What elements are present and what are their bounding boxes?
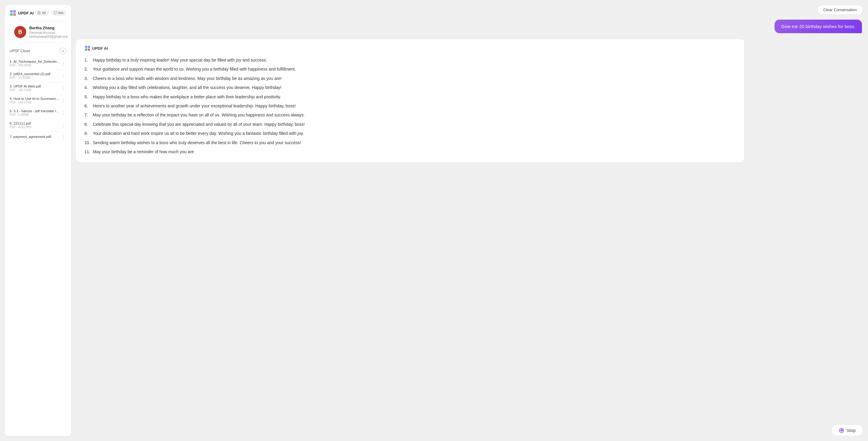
wish-item: 2.Your guidance and support mean the wor… (84, 64, 736, 74)
file-list-item[interactable]: 1. AI_Techniques_for_Detecting_and_Dia..… (10, 57, 66, 70)
ai-label: UPDF AI (92, 46, 108, 51)
avatar: B (14, 26, 26, 38)
file-meta: PDF · 419.31KB (10, 125, 60, 129)
stop-button[interactable]: Stop (832, 424, 863, 436)
wish-text: Your guidance and support mean the world… (93, 66, 296, 72)
wish-text: Sending warm birthday wishes to a boss w… (93, 139, 301, 146)
ai-response-content: 1.Happy birthday to a truly inspiring le… (84, 56, 736, 156)
sidebar-counts: 99 996 (35, 10, 66, 16)
file-list-item[interactable]: 2. pdf24_converted (2).pdf PDF · 10.81MB… (10, 70, 66, 82)
file-info: 7. payment_agreement.pdf (10, 135, 60, 139)
ai-logo-icon (84, 45, 90, 51)
clear-conversation-button[interactable]: Clear Conversation (817, 5, 863, 15)
chat-area: Give me 20 birthday wishes for boss. UPD… (76, 20, 863, 421)
svg-rect-3 (13, 13, 16, 16)
file-list: 1. AI_Techniques_for_Detecting_and_Dia..… (10, 57, 66, 431)
profile-card: B Bertha Zhang Personal Account berthazh… (10, 21, 66, 43)
file-menu-button[interactable]: ⋮ (60, 98, 66, 104)
wish-num: 6. (84, 102, 91, 109)
file-info: 4. How to Use AI to Summarize PDF with .… (10, 97, 60, 104)
wish-text: May your birthday be a reflection of the… (93, 112, 305, 118)
file-menu-button[interactable]: ⋮ (60, 134, 66, 140)
wish-item: 4.Wishing you a day filled with celebrat… (84, 83, 736, 92)
file-meta: PDF · 446.06KB (10, 64, 60, 67)
wish-num: 7. (84, 112, 91, 118)
file-name: 4. How to Use AI to Summarize PDF with .… (10, 97, 60, 100)
wish-item: 7.May your birthday be a reflection of t… (84, 110, 736, 119)
svg-rect-7 (54, 12, 57, 14)
wish-num: 4. (84, 84, 91, 91)
profile-email: berthazhang829@gmail.com (29, 35, 68, 38)
stop-square (841, 429, 843, 431)
wish-item: 9.Your dedication and hard work inspire … (84, 129, 736, 138)
wish-item: 5.Happy birthday to a boss who makes the… (84, 92, 736, 101)
ai-message-header: UPDF AI (84, 45, 736, 51)
file-meta: PDF · 10.81MB (10, 76, 60, 79)
file-meta: PDF · 165.51KB (10, 88, 60, 92)
updf-logo-icon (10, 10, 16, 16)
stop-label: Stop (846, 428, 856, 433)
add-file-button[interactable]: + (60, 48, 66, 54)
wish-item: 10.Sending warm birthday wishes to a bos… (84, 138, 736, 147)
wish-text: May your birthday be a reminder of how m… (93, 148, 194, 155)
wish-num: 9. (84, 130, 91, 137)
cloud-header: UPDF Cloud + (10, 48, 66, 54)
file-list-item[interactable]: 6. 221111.pdf PDF · 419.31KB ⋮ (10, 119, 66, 131)
stop-icon (839, 428, 844, 433)
wish-num: 2. (84, 66, 91, 72)
file-name: 2. pdf24_converted (2).pdf (10, 72, 60, 76)
wish-text: Your dedication and hard work inspire us… (93, 130, 304, 137)
file-list-item[interactable]: 5. 3.1 - hamza - pdf translate russian t… (10, 107, 66, 119)
profile-account-type: Personal Account (29, 31, 68, 34)
svg-rect-10 (85, 49, 87, 51)
wish-text: Celebrate this special day knowing that … (93, 121, 305, 127)
ai-message-card: UPDF AI 1.Happy birthday to a truly insp… (76, 39, 744, 162)
file-list-item[interactable]: 4. How to Use AI to Summarize PDF with .… (10, 94, 66, 107)
file-name: 6. 221111.pdf (10, 122, 60, 125)
file-list-item[interactable]: 3. UPDF AI Web.pdf PDF · 165.51KB ⋮ (10, 82, 66, 94)
wish-num: 1. (84, 57, 91, 63)
chat-count-badge: 996 (51, 10, 66, 16)
wish-text: Wishing you a day filled with celebratio… (93, 84, 281, 91)
file-menu-button[interactable]: ⋮ (60, 122, 66, 128)
svg-rect-2 (10, 13, 13, 16)
wish-item: 3.Cheers to a boss who leads with wisdom… (84, 74, 736, 83)
file-name: 5. 3.1 - hamza - pdf translate russian t… (10, 109, 60, 113)
profile-name: Bertha Zhang (29, 26, 68, 30)
wish-num: 5. (84, 93, 91, 100)
file-menu-button[interactable]: ⋮ (60, 61, 66, 66)
sidebar-header: UPDF AI 99 996 (10, 10, 66, 16)
file-meta: PDF · 1.08MB (10, 113, 60, 116)
wish-num: 3. (84, 75, 91, 82)
sidebar-title-label: UPDF AI (18, 11, 34, 16)
file-menu-button[interactable]: ⋮ (60, 110, 66, 116)
chat-icon (54, 11, 57, 15)
sidebar: UPDF AI 99 996 B Bertha Zhan (5, 5, 71, 436)
doc-count: 99 (42, 11, 45, 15)
file-info: 2. pdf24_converted (2).pdf PDF · 10.81MB (10, 72, 60, 79)
wish-item: 1.Happy birthday to a truly inspiring le… (84, 56, 736, 64)
wish-num: 8. (84, 121, 91, 127)
svg-rect-1 (13, 10, 16, 13)
file-name: 1. AI_Techniques_for_Detecting_and_Dia..… (10, 60, 60, 63)
wish-text: Cheers to a boss who leads with wisdom a… (93, 75, 281, 82)
top-bar: Clear Conversation (76, 5, 863, 15)
file-info: 6. 221111.pdf PDF · 419.31KB (10, 122, 60, 129)
file-info: 1. AI_Techniques_for_Detecting_and_Dia..… (10, 60, 60, 67)
cloud-label: UPDF Cloud (10, 49, 30, 53)
user-message-bubble: Give me 20 birthday wishes for boss. (775, 20, 862, 33)
file-meta: PDF · 143.67KB (10, 101, 60, 104)
file-list-item[interactable]: 7. payment_agreement.pdf ⋮ (10, 131, 66, 142)
wish-num: 10. (84, 139, 91, 146)
file-menu-button[interactable]: ⋮ (60, 85, 66, 91)
svg-rect-11 (88, 49, 90, 51)
sidebar-logo: UPDF AI (10, 10, 34, 16)
file-menu-button[interactable]: ⋮ (60, 73, 66, 79)
wish-text: Happy birthday to a truly inspiring lead… (93, 57, 267, 63)
user-message-row: Give me 20 birthday wishes for boss. (76, 20, 862, 33)
wishes-list: 1.Happy birthday to a truly inspiring le… (84, 56, 736, 156)
file-info: 3. UPDF AI Web.pdf PDF · 165.51KB (10, 85, 60, 92)
svg-rect-0 (10, 10, 13, 13)
stop-button-container: Stop (76, 424, 863, 436)
wish-text: Here's to another year of achievements a… (93, 102, 296, 109)
